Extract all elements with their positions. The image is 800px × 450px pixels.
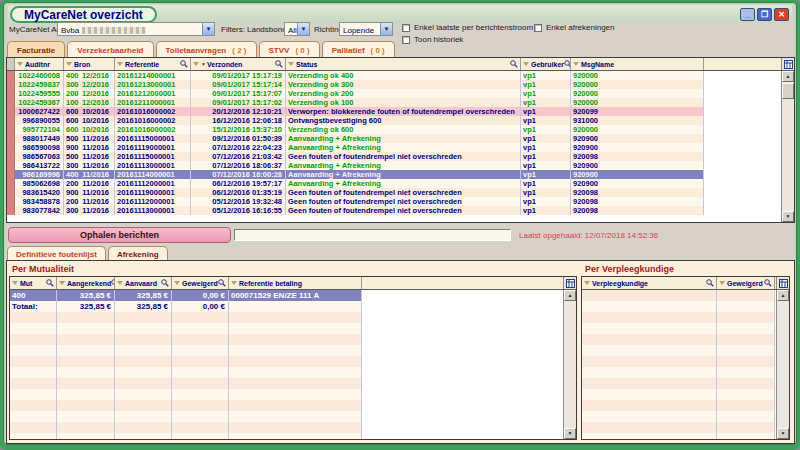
filter-funnel-icon — [584, 281, 590, 285]
tab-afrekening[interactable]: Afrekening — [108, 246, 168, 261]
message-row[interactable]: 98345887820011/20162016111200000105/12/2… — [7, 197, 704, 206]
column-header-aangerekend[interactable]: Aangerekend — [57, 277, 115, 289]
column-header-label: Verpleegkundige — [592, 280, 648, 287]
message-row[interactable]: 102245936710012/20162016121100000109/01/… — [7, 98, 704, 107]
column-header-gebruiker[interactable]: Gebruiker — [521, 58, 571, 70]
row-selector[interactable] — [7, 134, 15, 143]
message-row[interactable]: 98616999640011/20162016111400000107/12/2… — [7, 170, 704, 179]
checkbox-icon[interactable] — [402, 24, 410, 32]
checkbox-enkel-afrekeningen[interactable]: Enkel afrekeningen — [534, 23, 615, 32]
minimize-button[interactable]: _ — [740, 8, 755, 21]
checkbox-icon[interactable] — [402, 36, 410, 44]
checkbox-icon[interactable] — [534, 24, 542, 32]
richting-combobox[interactable]: Lopende ▼ — [339, 22, 393, 36]
message-row[interactable]: 98659009890011/20162016111900000107/12/2… — [7, 143, 704, 152]
row-selector[interactable] — [7, 161, 15, 170]
column-header-msgname[interactable]: MsgName — [571, 58, 704, 70]
cell-aanvaard — [115, 422, 172, 433]
scrollbar-thumb[interactable] — [782, 83, 794, 99]
message-row[interactable]: 98656706350011/20162016111500000107/12/2… — [7, 152, 704, 161]
scroll-up-icon[interactable]: ▲ — [564, 290, 576, 301]
tab-stvv[interactable]: STVV( 0 ) — [259, 41, 320, 58]
column-header-auditnr[interactable]: Auditnr — [15, 58, 64, 70]
cell-verpleegkundige — [582, 345, 717, 356]
row-selector[interactable] — [7, 71, 15, 80]
row-selector[interactable] — [7, 89, 15, 98]
cell-gebruiker: vp1 — [521, 116, 571, 125]
chevron-down-icon[interactable]: ▼ — [297, 23, 309, 35]
cell-mut — [10, 323, 57, 334]
messages-grid-scrollbar[interactable]: ▲ ▼ — [781, 71, 794, 222]
scroll-down-icon[interactable]: ▼ — [777, 428, 789, 439]
message-row[interactable]: 98641372230011/20162016111300000107/12/2… — [7, 161, 704, 170]
row-selector[interactable] — [7, 170, 15, 179]
column-header-verzonden[interactable]: ▼Verzonden — [191, 58, 286, 70]
message-row[interactable]: 98801744950011/20162016111500000109/12/2… — [7, 134, 704, 143]
scroll-up-icon[interactable]: ▲ — [782, 71, 794, 82]
scroll-down-icon[interactable]: ▼ — [782, 211, 794, 222]
scroll-down-icon[interactable]: ▼ — [564, 428, 576, 439]
message-row[interactable]: 102245955520012/20162016121200000109/01/… — [7, 89, 704, 98]
row-selector[interactable] — [7, 179, 15, 188]
row-selector[interactable] — [7, 143, 15, 152]
bron-periode: 11/2016 — [82, 134, 109, 143]
close-button[interactable]: ✕ — [774, 8, 789, 21]
row-selector[interactable] — [7, 116, 15, 125]
row-selector[interactable] — [7, 152, 15, 161]
message-row[interactable]: 102245983730012/20162016121300000109/01/… — [7, 80, 704, 89]
column-header-mut[interactable]: Mut — [10, 277, 57, 289]
titlebar[interactable]: MyCareNet overzicht _ ❐ ✕ — [8, 5, 792, 23]
column-header-geweigerd[interactable]: Geweigerd — [717, 277, 775, 289]
landsbond-combobox[interactable]: Alle ▼ — [284, 22, 310, 36]
column-header-status[interactable]: Status — [286, 58, 521, 70]
column-header-referentie[interactable]: Referentie — [115, 58, 191, 70]
mutualiteit-row[interactable]: 400325,85 €325,85 €0,00 €000071529 EN/ZE… — [10, 290, 362, 301]
cell-auditnr: 986567063 — [15, 152, 64, 161]
tab-palliatief[interactable]: Palliatief( 0 ) — [322, 41, 395, 58]
chevron-down-icon[interactable]: ▼ — [202, 23, 214, 35]
account-combobox[interactable]: Bvba ▼ — [57, 22, 215, 36]
cell-status: Geen fouten of foutendrempel niet oversc… — [286, 197, 521, 206]
cell-referentie-betaling — [229, 400, 362, 411]
row-selector[interactable] — [7, 206, 15, 215]
row-selector[interactable] — [7, 197, 15, 206]
scroll-up-icon[interactable]: ▲ — [777, 290, 789, 301]
column-header-geweigerd[interactable]: Geweigerd — [172, 277, 229, 289]
tab-verzekerbaarheid[interactable]: Verzekerbaarheid — [67, 41, 153, 58]
column-header-bron[interactable]: Bron — [64, 58, 115, 70]
grid-options-button[interactable] — [563, 277, 576, 289]
grid-options-button[interactable] — [781, 58, 794, 70]
bron-code: 200 — [66, 89, 79, 98]
column-header-referentie-betaling[interactable]: Referentie betaling — [229, 277, 362, 289]
cell-referentie-betaling — [229, 334, 362, 345]
row-selector[interactable] — [7, 188, 15, 197]
column-header-aanvaard[interactable]: Aanvaard — [115, 277, 172, 289]
tab-definitieve-foutenlijst[interactable]: Definitieve foutenlijst — [7, 246, 106, 261]
row-selector[interactable] — [7, 98, 15, 107]
restore-button[interactable]: ❐ — [757, 8, 772, 21]
message-row[interactable]: 98307784230011/20162016111300000105/12/2… — [7, 206, 704, 215]
message-row[interactable]: 98361542090011/20162016111900000106/12/2… — [7, 188, 704, 197]
message-row[interactable]: 99689005560010/20162016101600000216/12/2… — [7, 116, 704, 125]
message-row[interactable]: 100062742260010/20162016101600000220/12/… — [7, 107, 704, 116]
mutualiteit-grid-scrollbar[interactable]: ▲ ▼ — [563, 290, 576, 439]
checkbox-toon-historiek[interactable]: Toon historiek — [402, 35, 463, 44]
row-selector[interactable] — [7, 125, 15, 134]
verpleegkundige-grid-scrollbar[interactable]: ▲ ▼ — [776, 290, 789, 439]
message-row[interactable]: 99577210460010/20162016101600000215/12/2… — [7, 125, 704, 134]
cell-msgname: 920900 — [571, 179, 704, 188]
column-header-verpleegkundige[interactable]: Verpleegkundige — [582, 277, 717, 289]
message-row[interactable]: 102246000840012/20162016121400000109/01/… — [7, 71, 704, 80]
chevron-down-icon[interactable]: ▼ — [380, 23, 392, 35]
grid-options-button[interactable] — [776, 277, 789, 289]
tab-facturatie[interactable]: Facturatie — [7, 41, 65, 58]
message-row[interactable]: 98506269820011/20162016111200000106/12/2… — [7, 179, 704, 188]
tab-toiletaanvragen[interactable]: Toiletaanvragen( 2 ) — [156, 41, 257, 58]
row-selector[interactable] — [7, 80, 15, 89]
row-selector[interactable] — [7, 107, 15, 116]
cell-aangerekend — [57, 312, 115, 323]
checkbox-enkel-laatste[interactable]: Enkel laatste per berichtenstroom — [402, 23, 533, 32]
cell-referentie: 20161214000001 — [115, 71, 191, 80]
ophalen-berichten-button[interactable]: Ophalen berichten — [8, 227, 231, 243]
mutualiteit-row[interactable]: Totaal:325,85 €325,85 €0,00 € — [10, 301, 362, 312]
